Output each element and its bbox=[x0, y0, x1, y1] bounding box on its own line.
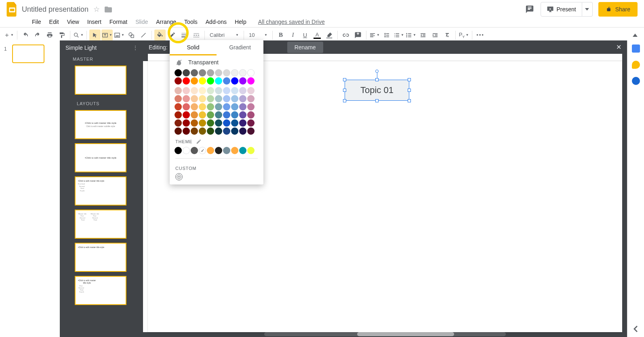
transparent-option[interactable]: Transparent bbox=[170, 55, 263, 69]
color-swatch[interactable] bbox=[247, 95, 255, 102]
color-swatch[interactable] bbox=[215, 103, 222, 110]
color-swatch[interactable] bbox=[247, 87, 255, 94]
color-swatch[interactable] bbox=[215, 95, 222, 102]
color-swatch[interactable] bbox=[175, 69, 182, 76]
collapse-toolbar-button[interactable] bbox=[629, 30, 641, 41]
layout-thumb-caption[interactable]: •Click to edit mastertitle style First S… bbox=[75, 276, 126, 305]
color-swatch[interactable] bbox=[191, 111, 198, 119]
line-spacing-button[interactable] bbox=[381, 30, 392, 41]
rename-button[interactable]: Rename bbox=[287, 42, 323, 53]
color-swatch[interactable] bbox=[215, 77, 222, 85]
present-button[interactable]: Present bbox=[541, 2, 582, 17]
edit-theme-colors-icon[interactable] bbox=[196, 139, 202, 144]
highlight-color-button[interactable] bbox=[324, 30, 335, 41]
theme-color-swatch[interactable] bbox=[231, 147, 238, 154]
theme-color-swatch[interactable] bbox=[239, 147, 246, 154]
color-swatch[interactable] bbox=[231, 103, 238, 110]
menu-help[interactable]: Help bbox=[231, 17, 250, 27]
color-swatch[interactable] bbox=[215, 69, 222, 76]
color-swatch[interactable] bbox=[199, 95, 206, 102]
color-swatch[interactable] bbox=[191, 95, 198, 102]
insert-link-button[interactable] bbox=[340, 30, 351, 41]
master-thumbnail[interactable] bbox=[75, 66, 126, 95]
color-swatch[interactable] bbox=[175, 95, 182, 102]
color-swatch[interactable] bbox=[175, 119, 182, 127]
color-swatch[interactable] bbox=[231, 95, 238, 102]
color-swatch[interactable] bbox=[183, 87, 190, 94]
color-swatch[interactable] bbox=[239, 119, 246, 127]
resize-handle-br[interactable] bbox=[408, 99, 411, 102]
color-swatch[interactable] bbox=[183, 127, 190, 135]
resize-handle-bl[interactable] bbox=[343, 99, 346, 102]
color-swatch[interactable] bbox=[199, 111, 206, 119]
color-swatch[interactable] bbox=[207, 111, 214, 119]
menu-edit[interactable]: Edit bbox=[46, 17, 63, 27]
theme-color-swatch[interactable] bbox=[247, 147, 255, 154]
color-swatch[interactable] bbox=[231, 69, 238, 76]
color-swatch[interactable] bbox=[191, 69, 198, 76]
color-swatch[interactable] bbox=[223, 111, 230, 119]
font-select[interactable]: Calibri▼ bbox=[207, 30, 241, 41]
theme-color-swatch[interactable] bbox=[175, 147, 182, 154]
resize-handle-r[interactable] bbox=[408, 89, 411, 92]
color-swatch[interactable] bbox=[207, 119, 214, 127]
color-swatch[interactable] bbox=[223, 103, 230, 110]
border-color-button[interactable] bbox=[166, 30, 178, 41]
resize-handle-t[interactable] bbox=[375, 78, 379, 81]
color-swatch[interactable] bbox=[191, 77, 198, 85]
align-button[interactable]: ▼ bbox=[369, 30, 380, 41]
placeholder-button[interactable]: PY▼ bbox=[458, 30, 469, 41]
color-swatch[interactable] bbox=[183, 69, 190, 76]
color-swatch[interactable] bbox=[247, 111, 255, 119]
color-swatch[interactable] bbox=[239, 95, 246, 102]
new-slide-button[interactable]: ▼ bbox=[3, 30, 15, 41]
color-swatch[interactable] bbox=[191, 103, 198, 110]
theme-color-swatch[interactable] bbox=[215, 147, 222, 154]
color-swatch[interactable] bbox=[183, 77, 190, 85]
move-folder-icon[interactable] bbox=[105, 6, 112, 13]
color-swatch[interactable] bbox=[175, 127, 182, 135]
color-swatch[interactable] bbox=[183, 119, 190, 127]
select-tool[interactable] bbox=[89, 30, 101, 41]
comments-button[interactable] bbox=[523, 2, 537, 16]
decrease-indent-button[interactable] bbox=[417, 30, 429, 41]
layout-thumb-body-1col[interactable]: •Click to edit master title style First … bbox=[75, 176, 126, 206]
menu-tools[interactable]: Tools bbox=[181, 17, 201, 27]
slide-thumbnail-1[interactable] bbox=[12, 45, 44, 63]
undo-button[interactable] bbox=[20, 30, 31, 41]
rotate-handle[interactable] bbox=[375, 70, 379, 73]
text-color-button[interactable]: A bbox=[311, 30, 323, 41]
shape-tool[interactable] bbox=[126, 30, 137, 41]
color-swatch[interactable] bbox=[223, 95, 230, 102]
redo-button[interactable] bbox=[32, 30, 43, 41]
menu-insert[interactable]: Insert bbox=[84, 17, 105, 27]
star-icon[interactable]: ☆ bbox=[93, 5, 100, 14]
color-swatch[interactable] bbox=[231, 111, 238, 119]
color-swatch[interactable] bbox=[175, 87, 182, 94]
color-swatch[interactable] bbox=[175, 111, 182, 119]
image-tool[interactable]: ▼ bbox=[114, 30, 125, 41]
resize-handle-tr[interactable] bbox=[408, 78, 411, 81]
paint-format-button[interactable] bbox=[56, 30, 67, 41]
color-swatch[interactable] bbox=[247, 119, 255, 127]
theme-color-swatch[interactable] bbox=[223, 147, 230, 154]
keep-icon[interactable] bbox=[632, 61, 640, 69]
color-swatch[interactable] bbox=[223, 69, 230, 76]
line-tool[interactable] bbox=[138, 30, 149, 41]
border-dash-button[interactable] bbox=[191, 30, 202, 41]
color-swatch[interactable] bbox=[191, 87, 198, 94]
textbox-tool[interactable]: ▼ bbox=[101, 30, 113, 41]
tab-solid[interactable]: Solid bbox=[170, 40, 217, 55]
share-button[interactable]: Share bbox=[598, 2, 638, 17]
color-swatch[interactable] bbox=[183, 103, 190, 110]
color-swatch[interactable] bbox=[239, 87, 246, 94]
color-swatch[interactable] bbox=[207, 95, 214, 102]
border-weight-button[interactable] bbox=[179, 30, 190, 41]
print-button[interactable] bbox=[44, 30, 55, 41]
color-swatch[interactable] bbox=[239, 127, 246, 135]
close-master-button[interactable]: ✕ bbox=[616, 43, 621, 51]
resize-handle-l[interactable] bbox=[343, 89, 346, 92]
color-swatch[interactable] bbox=[207, 127, 214, 135]
color-swatch[interactable] bbox=[231, 87, 238, 94]
calendar-icon[interactable] bbox=[632, 45, 640, 53]
